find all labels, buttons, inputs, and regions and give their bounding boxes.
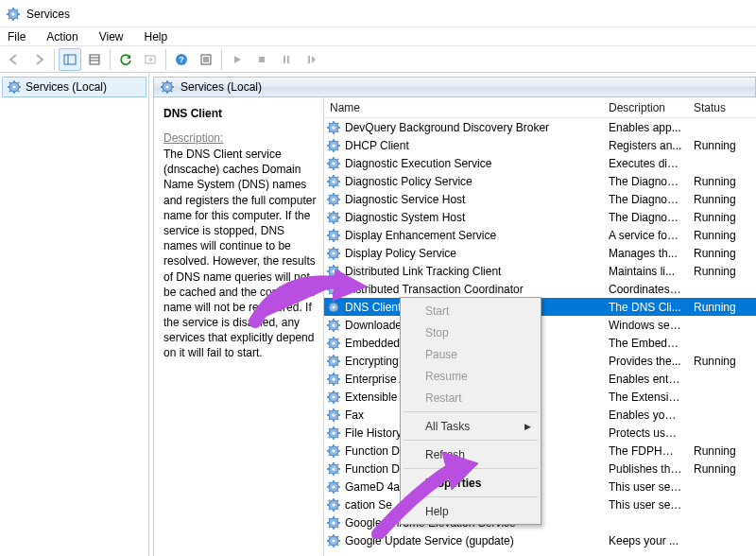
service-row[interactable]: Distributed Transaction CoordinatorCoord… (324, 280, 756, 298)
service-desc: Protects user... (603, 426, 688, 440)
svg-rect-10 (64, 55, 76, 64)
col-header-name[interactable]: Name (324, 101, 603, 114)
column-headers: Name Description Status (324, 97, 756, 118)
service-status: Running (688, 444, 745, 458)
service-desc: Registers an... (603, 139, 688, 152)
gear-icon (326, 372, 341, 387)
menu-action[interactable]: Action (43, 28, 81, 45)
service-row[interactable]: Google Update Service (gupdate)Keeps you… (324, 531, 756, 549)
export-button[interactable] (139, 48, 162, 71)
service-desc: The Diagnos... (603, 211, 688, 224)
window-title: Services (26, 8, 70, 21)
svg-rect-22 (259, 57, 265, 62)
pause-service-button[interactable] (275, 48, 298, 71)
gear-icon (326, 426, 341, 441)
ctx-stop[interactable]: Stop (403, 321, 539, 343)
show-hide-tree-button[interactable] (59, 48, 81, 71)
menu-view[interactable]: View (95, 28, 128, 45)
gear-icon (7, 79, 22, 95)
service-desc: Enables you ... (603, 408, 688, 422)
service-row[interactable]: Diagnostic Policy ServiceThe Diagnos...R… (324, 172, 756, 190)
ctx-resume[interactable]: Resume (403, 365, 539, 387)
service-status: Running (688, 247, 745, 260)
ctx-pause[interactable]: Pause (403, 343, 539, 365)
service-row[interactable]: Display Policy ServiceManages th...Runni… (324, 244, 756, 262)
service-desc: Maintains li... (603, 265, 688, 278)
service-desc: Windows ser... (603, 319, 688, 332)
ctx-properties[interactable]: Properties (403, 472, 539, 494)
gear-icon (326, 210, 341, 225)
service-name: Distributed Transaction Coordinator (345, 283, 524, 296)
toolbar-separator (54, 49, 55, 70)
gear-icon (326, 120, 341, 135)
service-name: Display Policy Service (345, 247, 456, 260)
service-row[interactable]: DHCP ClientRegisters an...Running (324, 136, 756, 154)
service-name: Display Enhancement Service (345, 229, 496, 242)
nav-services-local[interactable]: Services (Local) (2, 77, 146, 97)
menu-help[interactable]: Help (141, 28, 172, 45)
ctx-start[interactable]: Start (403, 300, 539, 321)
stop-service-button[interactable] (250, 48, 273, 71)
service-status: Running (688, 193, 745, 206)
titlebar: Services (0, 1, 756, 27)
service-row[interactable]: Display Enhancement ServiceA service for… (324, 226, 756, 244)
ctx-refresh[interactable]: Refresh (403, 443, 539, 465)
gear-icon (326, 497, 341, 513)
help-button[interactable]: ? (170, 48, 193, 71)
service-row[interactable]: Diagnostic Execution ServiceExecutes dia… (324, 154, 756, 172)
services-window: Services File Action View Help ? Service… (0, 0, 756, 556)
gear-icon (326, 174, 341, 189)
col-header-description[interactable]: Description (603, 101, 688, 114)
service-row[interactable]: DevQuery Background Discovery BrokerEnab… (324, 118, 756, 136)
back-button[interactable] (3, 48, 26, 71)
gear-icon (326, 533, 341, 548)
export-list-button[interactable] (83, 48, 106, 71)
service-desc: Enables ente... (603, 373, 688, 386)
service-name: Diagnostic Service Host (345, 193, 465, 206)
content-wrap: Services (Local) DNS Client Description:… (149, 73, 756, 556)
service-row[interactable]: Diagnostic System HostThe Diagnos...Runn… (324, 208, 756, 226)
service-status: Running (688, 211, 745, 224)
service-desc: Publishes thi... (603, 462, 688, 476)
service-row[interactable]: Distributed Link Tracking ClientMaintain… (324, 262, 756, 280)
forward-button[interactable] (27, 48, 50, 71)
gear-icon (326, 461, 341, 477)
gear-icon (326, 228, 341, 243)
menubar: File Action View Help (0, 27, 756, 46)
gear-icon (326, 479, 341, 495)
submenu-arrow-icon: ▶ (524, 422, 531, 431)
ctx-separator (404, 496, 538, 497)
ctx-restart[interactable]: Restart (403, 387, 539, 408)
ctx-all-tasks[interactable]: All Tasks▶ (403, 415, 539, 437)
service-name: DevQuery Background Discovery Broker (345, 121, 549, 134)
svg-text:?: ? (179, 55, 184, 64)
service-desc: A service for ... (603, 229, 688, 242)
ctx-help[interactable]: Help (403, 500, 539, 522)
gear-icon (160, 79, 175, 95)
svg-rect-24 (287, 56, 289, 63)
context-menu: Start Stop Pause Resume Restart All Task… (400, 297, 541, 525)
service-status: Running (688, 355, 745, 368)
service-status: Running (688, 301, 745, 314)
service-name: DHCP Client (345, 139, 409, 152)
service-name: Diagnostic Execution Service (345, 157, 491, 170)
service-name: Fax (345, 408, 364, 422)
service-desc: The Diagnos... (603, 193, 688, 206)
nav-pane: Services (Local) (0, 73, 149, 556)
restart-service-button[interactable] (300, 48, 322, 71)
refresh-button[interactable] (114, 48, 137, 71)
service-desc: This user ser... (603, 480, 688, 494)
service-row[interactable]: Diagnostic Service HostThe Diagnos...Run… (324, 190, 756, 208)
toolbar-separator (110, 49, 111, 70)
service-name: Distributed Link Tracking Client (345, 265, 501, 278)
svg-rect-25 (308, 56, 310, 63)
service-desc: The FDPHOS... (603, 444, 688, 458)
service-name: DNS Client (345, 301, 401, 314)
start-service-button[interactable] (226, 48, 249, 71)
menu-file[interactable]: File (4, 28, 29, 45)
col-header-status[interactable]: Status (688, 101, 745, 114)
service-status: Running (688, 139, 745, 152)
gear-icon (326, 354, 341, 369)
service-name: Google Update Service (gupdate) (345, 534, 514, 547)
properties-button[interactable] (195, 48, 217, 71)
